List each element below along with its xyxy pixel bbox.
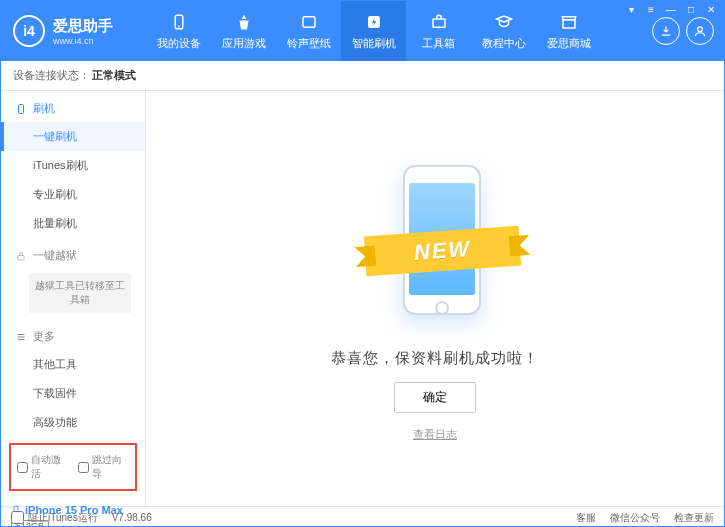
menu-icon[interactable]: ≡	[643, 4, 659, 16]
nav-toolbox[interactable]: 工具箱	[406, 1, 471, 61]
list-icon	[15, 331, 27, 343]
status-bar: 设备连接状态： 正常模式	[1, 61, 724, 91]
success-illustration: NEW	[365, 155, 505, 335]
nav-apps[interactable]: 应用游戏	[211, 1, 276, 61]
checkbox-skip-guide[interactable]: 跳过向导	[78, 453, 129, 481]
footer-link-support[interactable]: 客服	[576, 511, 596, 525]
nav-ringtone[interactable]: 铃声壁纸	[276, 1, 341, 61]
status-label: 设备连接状态：	[13, 68, 90, 83]
success-message: 恭喜您，保资料刷机成功啦！	[331, 349, 539, 368]
logo: i4 爱思助手 www.i4.cn	[1, 15, 146, 47]
checkbox-auto-activate[interactable]: 自动激活	[17, 453, 68, 481]
sidebar-item-itunes-flash[interactable]: iTunes刷机	[1, 151, 145, 180]
status-value: 正常模式	[92, 68, 136, 83]
lock-icon	[15, 250, 27, 262]
user-button[interactable]	[686, 17, 714, 45]
pin-icon[interactable]: ▾	[623, 4, 639, 16]
main-content: NEW 恭喜您，保资料刷机成功啦！ 确定 查看日志	[146, 91, 724, 506]
tutorial-icon	[494, 12, 514, 32]
header: i4 爱思助手 www.i4.cn 我的设备 应用游戏 铃声壁纸 智能刷机 工具…	[1, 1, 724, 61]
app-url: www.i4.cn	[53, 36, 113, 46]
app-title: 爱思助手	[53, 17, 113, 36]
jailbreak-note: 越狱工具已转移至工具箱	[29, 273, 131, 313]
svg-rect-2	[303, 16, 315, 27]
sidebar-item-batch-flash[interactable]: 批量刷机	[1, 209, 145, 238]
footer-link-update[interactable]: 检查更新	[674, 511, 714, 525]
view-log-link[interactable]: 查看日志	[413, 427, 457, 442]
version-label: V7.98.66	[112, 512, 152, 523]
sidebar: 刷机 一键刷机 iTunes刷机 专业刷机 批量刷机 一键越狱 越狱工具已转移至…	[1, 91, 146, 506]
logo-icon: i4	[13, 15, 45, 47]
footer-link-wechat[interactable]: 微信公众号	[610, 511, 660, 525]
sidebar-group-jailbreak: 一键越狱	[1, 238, 145, 269]
flash-icon	[364, 12, 384, 32]
store-icon	[559, 12, 579, 32]
apps-icon	[234, 12, 254, 32]
sidebar-item-advanced[interactable]: 高级功能	[1, 408, 145, 437]
svg-rect-7	[19, 104, 24, 113]
sidebar-item-pro-flash[interactable]: 专业刷机	[1, 180, 145, 209]
svg-rect-4	[433, 19, 445, 27]
sidebar-item-download-firmware[interactable]: 下载固件	[1, 379, 145, 408]
svg-rect-5	[563, 19, 575, 27]
minimize-icon[interactable]: —	[663, 4, 679, 16]
media-icon	[299, 12, 319, 32]
close-icon[interactable]: ✕	[703, 4, 719, 16]
checkbox-block-itunes[interactable]: 阻止iTunes运行	[11, 511, 98, 525]
sidebar-item-other-tools[interactable]: 其他工具	[1, 350, 145, 379]
ok-button[interactable]: 确定	[394, 382, 476, 413]
sidebar-group-more[interactable]: 更多	[1, 319, 145, 350]
flash-options-box: 自动激活 跳过向导	[9, 443, 137, 491]
download-button[interactable]	[652, 17, 680, 45]
nav-store[interactable]: 爱思商城	[536, 1, 601, 61]
svg-rect-8	[18, 255, 24, 260]
svg-point-6	[698, 27, 703, 32]
maximize-icon[interactable]: □	[683, 4, 699, 16]
phone-icon	[15, 103, 27, 115]
sidebar-group-flash[interactable]: 刷机	[1, 91, 145, 122]
nav-flash[interactable]: 智能刷机	[341, 1, 406, 61]
device-icon	[169, 12, 189, 32]
new-ribbon: NEW	[364, 226, 521, 277]
nav-tutorial[interactable]: 教程中心	[471, 1, 536, 61]
top-nav: 我的设备 应用游戏 铃声壁纸 智能刷机 工具箱 教程中心 爱思商城	[146, 1, 601, 61]
toolbox-icon	[429, 12, 449, 32]
nav-my-device[interactable]: 我的设备	[146, 1, 211, 61]
sidebar-item-one-click-flash[interactable]: 一键刷机	[1, 122, 145, 151]
